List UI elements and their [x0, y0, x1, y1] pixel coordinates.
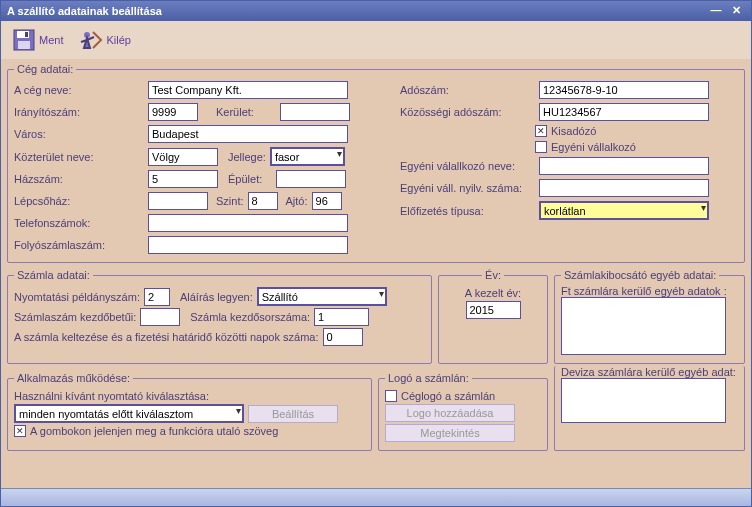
logo-group: Logó a számlán: Céglogó a számlán Logo h…	[378, 372, 548, 451]
save-button[interactable]: Ment	[5, 25, 70, 55]
evname-label: Egyéni válallkozó neve:	[400, 160, 535, 172]
issuer-group: Számlakibocsátó egyéb adatai: Ft számlár…	[554, 269, 745, 364]
deviza-group: Deviza számlára kerülő egyéb adat:	[554, 366, 745, 451]
logo-checkbox[interactable]: Céglogó a számlán	[385, 390, 495, 402]
floor-input[interactable]	[248, 192, 278, 210]
city-input[interactable]	[148, 125, 348, 143]
tax-label: Adószám:	[400, 84, 535, 96]
deviza-textarea[interactable]	[561, 378, 726, 423]
sign-label: Aláírás legyen:	[180, 291, 253, 303]
set-printer-button[interactable]: Beállítás	[248, 405, 338, 423]
invoice-group: Számla adatai: Nyomtatási példányszám: A…	[7, 269, 432, 364]
printer-select[interactable]: minden nyomtatás előtt kiválasztom	[14, 404, 244, 423]
year-input[interactable]	[466, 301, 521, 319]
hint-checkbox[interactable]: ✕A gombokon jelenjen meg a funkcióra uta…	[14, 425, 278, 437]
window: A szállító adatainak beállítása — ✕ Ment…	[0, 0, 752, 507]
toolbar: Ment Kilép	[1, 21, 751, 59]
exit-button[interactable]: Kilép	[72, 25, 137, 55]
city-label: Város:	[14, 128, 144, 140]
statusbar	[1, 488, 751, 506]
copies-input[interactable]	[144, 288, 170, 306]
sign-select[interactable]: Szállító	[257, 287, 387, 306]
save-label: Ment	[39, 34, 63, 46]
door-input[interactable]	[312, 192, 342, 210]
exit-icon	[79, 28, 103, 52]
ft-textarea[interactable]	[561, 297, 726, 355]
street-input[interactable]	[148, 148, 218, 166]
prefix-input[interactable]	[140, 308, 180, 326]
bank-label: Folyószámlaszám:	[14, 239, 144, 251]
printer-label: Használni kívánt nyomtató kiválasztása:	[14, 390, 209, 402]
year-legend: Év:	[482, 269, 504, 281]
hint-label: A gombokon jelenjen meg a funkcióra utal…	[30, 425, 278, 437]
issuer-legend: Számlakibocsátó egyéb adatai:	[561, 269, 719, 281]
floppy-icon	[12, 28, 36, 52]
bank-input[interactable]	[148, 236, 348, 254]
deviza-label: Deviza számlára kerülő egyéb adat:	[561, 366, 736, 378]
days-input[interactable]	[323, 328, 363, 346]
prefix-label: Számlaszám kezdőbetűi:	[14, 311, 136, 323]
client-area: Cég adatai: A cég neve: Irányítószám: Ke…	[1, 59, 751, 488]
invoice-legend: Számla adatai:	[14, 269, 93, 281]
company-legend: Cég adatai:	[14, 63, 76, 75]
evreg-label: Egyéni váll. nyilv. száma:	[400, 182, 535, 194]
titlebar: A szállító adatainak beállítása — ✕	[1, 1, 751, 21]
houseno-input[interactable]	[148, 170, 218, 188]
exit-label: Kilép	[106, 34, 130, 46]
phones-label: Telefonszámok:	[14, 217, 144, 229]
app-group: Alkalmazás működése: Használni kívánt ny…	[7, 372, 372, 451]
name-label: A cég neve:	[14, 84, 144, 96]
kisado-label: Kisadózó	[551, 125, 596, 137]
eu-label: Közösségi adószám:	[400, 106, 535, 118]
company-name-input[interactable]	[148, 81, 348, 99]
door-label: Ajtó:	[286, 195, 308, 207]
district-input[interactable]	[280, 103, 350, 121]
kisado-checkbox[interactable]: ✕Kisadózó	[535, 125, 596, 137]
district-label: Kerület:	[216, 106, 276, 118]
window-title: A szállító adatainak beállítása	[7, 5, 705, 17]
building-label: Épület:	[228, 173, 272, 185]
days-label: A számla keltezése és a fizetési határid…	[14, 331, 319, 343]
minimize-button[interactable]: —	[707, 4, 725, 18]
logo-add-button[interactable]: Logo hozzáadása	[385, 404, 515, 422]
year-group: Év: A kezelt év:	[438, 269, 548, 364]
houseno-label: Házszám:	[14, 173, 144, 185]
year-label: A kezelt év:	[465, 287, 521, 299]
evname-input[interactable]	[539, 157, 709, 175]
ft-label: Ft számlára kerülő egyéb adatok :	[561, 285, 727, 297]
copies-label: Nyomtatási példányszám:	[14, 291, 140, 303]
app-legend: Alkalmazás működése:	[14, 372, 133, 384]
company-group: Cég adatai: A cég neve: Irányítószám: Ke…	[7, 63, 745, 263]
sub-label: Előfizetés típusa:	[400, 205, 535, 217]
stair-input[interactable]	[148, 192, 208, 210]
floor-label: Szint:	[216, 195, 244, 207]
egyeni-checkbox[interactable]: Egyéni vállalkozó	[535, 141, 636, 153]
streettype-select[interactable]: fasor	[270, 147, 345, 166]
building-input[interactable]	[276, 170, 346, 188]
logo-legend: Logó a számlán:	[385, 372, 472, 384]
stair-label: Lépcsőház:	[14, 195, 144, 207]
logo-chk-label: Céglogó a számlán	[401, 390, 495, 402]
phones-input[interactable]	[148, 214, 348, 232]
zip-label: Irányítószám:	[14, 106, 144, 118]
evreg-input[interactable]	[539, 179, 709, 197]
startno-input[interactable]	[314, 308, 369, 326]
svg-rect-2	[18, 41, 30, 49]
street-label: Közterület neve:	[14, 151, 144, 163]
tax-input[interactable]	[539, 81, 709, 99]
egyeni-label: Egyéni vállalkozó	[551, 141, 636, 153]
svg-rect-3	[25, 32, 28, 37]
logo-view-button[interactable]: Megtekintés	[385, 424, 515, 442]
close-button[interactable]: ✕	[727, 4, 745, 18]
eu-input[interactable]	[539, 103, 709, 121]
sub-select[interactable]: korlátlan	[539, 201, 709, 220]
startno-label: Számla kezdősorszáma:	[190, 311, 310, 323]
streettype-label: Jellege:	[228, 151, 266, 163]
zip-input[interactable]	[148, 103, 198, 121]
